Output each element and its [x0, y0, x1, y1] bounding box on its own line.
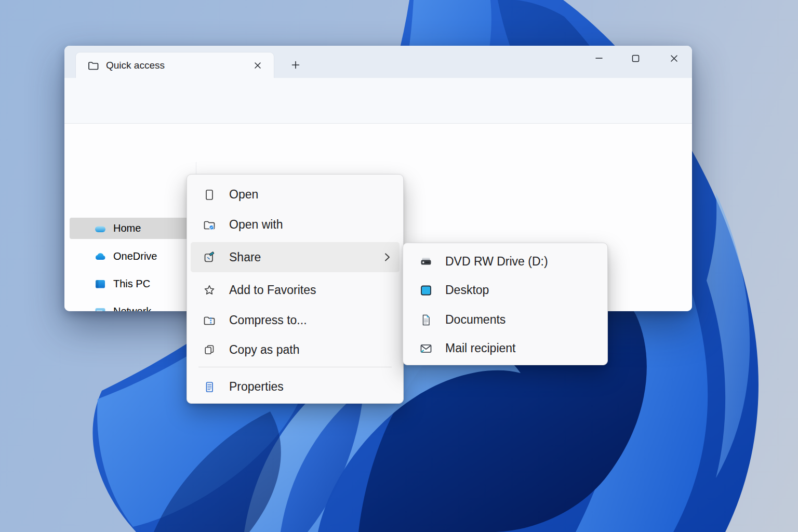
dvd-drive-icon — [419, 255, 433, 269]
new-tab-button[interactable] — [288, 57, 303, 73]
share-submenu: DVD RW Drive (D:) Desktop Documents Mail… — [403, 243, 608, 365]
sidebar-item-label: Home — [113, 222, 141, 234]
sidebar-item-label: OneDrive — [113, 250, 157, 262]
network-icon — [94, 305, 107, 312]
submenu-item-label: Documents — [445, 313, 506, 327]
command-toolbar: Home — [64, 78, 692, 124]
submenu-item-label: DVD RW Drive (D:) — [445, 255, 548, 269]
open-with-folder-icon — [203, 218, 216, 232]
submenu-item-documents[interactable]: Documents — [403, 305, 607, 335]
menu-item-open-with[interactable]: Open with — [187, 210, 403, 240]
desktop: Quick access — [0, 0, 798, 532]
properties-icon — [203, 380, 216, 394]
menu-item-label: Open — [229, 188, 258, 202]
minimize-icon — [595, 55, 603, 62]
menu-item-label: Properties — [229, 380, 284, 394]
zip-folder-icon — [203, 314, 216, 327]
star-icon — [203, 284, 216, 297]
menu-item-label: Compress to... — [229, 313, 307, 327]
submenu-item-dvd-drive[interactable]: DVD RW Drive (D:) — [403, 247, 607, 276]
copy-pages-icon — [203, 343, 216, 357]
submenu-item-mail-recipient[interactable]: Mail recipient — [403, 334, 607, 363]
menu-item-label: Share — [229, 250, 261, 264]
navigation-row: Search Quick access — [64, 124, 692, 162]
sidebar-item-home[interactable]: Home — [70, 218, 193, 239]
menu-item-label: Copy as path — [229, 343, 300, 357]
menu-item-copy-as-path[interactable]: Copy as path — [187, 335, 403, 365]
blue-document-icon — [419, 313, 433, 327]
sidebar-item-this-pc[interactable]: This PC — [70, 273, 193, 295]
share-box-icon — [203, 251, 216, 264]
tab-bar: Quick access — [64, 46, 692, 78]
menu-item-properties[interactable]: Properties — [187, 372, 403, 402]
folder-outline-icon — [87, 60, 99, 71]
window-close-button[interactable] — [663, 50, 685, 66]
menu-item-label: Open with — [229, 218, 283, 232]
mail-icon — [419, 342, 433, 355]
menu-item-label: Add to Favorites — [229, 283, 316, 297]
close-icon — [254, 62, 261, 69]
onedrive-cloud-icon — [94, 250, 107, 263]
menu-item-compress-to[interactable]: Compress to... — [187, 305, 403, 335]
home-icon — [94, 222, 107, 235]
maximize-icon — [632, 55, 640, 62]
sidebar-item-onedrive[interactable]: OneDrive — [70, 246, 193, 267]
sidebar-item-network[interactable]: Network — [70, 301, 193, 311]
context-menu: Open Open with Share — [187, 174, 404, 404]
menu-separator — [198, 367, 392, 367]
menu-item-open[interactable]: Open — [187, 180, 403, 209]
submenu-item-label: Desktop — [445, 283, 489, 297]
tab-label: Quick access — [106, 60, 165, 71]
maximize-button[interactable] — [624, 50, 646, 66]
menu-item-add-to-favorites[interactable]: Add to Favorites — [187, 275, 403, 305]
document-icon — [203, 188, 216, 202]
submenu-item-label: Mail recipient — [445, 341, 516, 355]
desktop-icon — [419, 284, 433, 297]
tab-quick-access[interactable]: Quick access — [75, 52, 274, 78]
minimize-button[interactable] — [588, 50, 610, 66]
chevron-right-icon — [382, 251, 392, 263]
sidebar-item-label: This PC — [113, 278, 150, 290]
menu-item-share[interactable]: Share — [187, 243, 403, 272]
this-pc-icon — [94, 278, 107, 290]
close-icon — [670, 55, 678, 62]
sidebar-item-label: Network — [113, 305, 151, 311]
tab-close-button[interactable] — [250, 58, 265, 73]
plus-icon — [291, 61, 300, 69]
submenu-item-desktop[interactable]: Desktop — [403, 275, 607, 305]
